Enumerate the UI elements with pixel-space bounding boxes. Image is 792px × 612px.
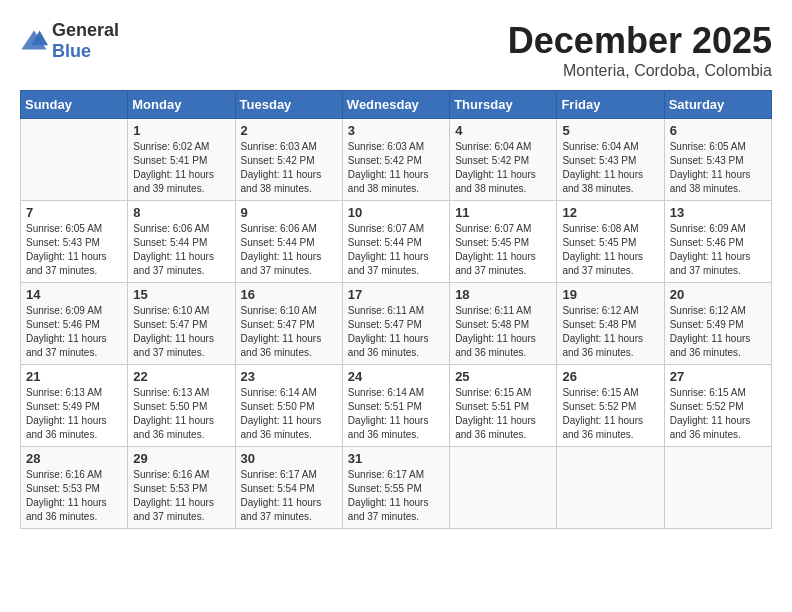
day-info: Sunrise: 6:16 AMSunset: 5:53 PMDaylight:… [133,468,229,524]
weekday-header: Friday [557,91,664,119]
title-area: December 2025 Monteria, Cordoba, Colombi… [508,20,772,80]
day-info: Sunrise: 6:07 AMSunset: 5:44 PMDaylight:… [348,222,444,278]
day-info: Sunrise: 6:03 AMSunset: 5:42 PMDaylight:… [348,140,444,196]
day-number: 25 [455,369,551,384]
calendar-table: SundayMondayTuesdayWednesdayThursdayFrid… [20,90,772,529]
calendar-cell: 21Sunrise: 6:13 AMSunset: 5:49 PMDayligh… [21,365,128,447]
calendar-cell: 11Sunrise: 6:07 AMSunset: 5:45 PMDayligh… [450,201,557,283]
day-number: 16 [241,287,337,302]
calendar-cell: 30Sunrise: 6:17 AMSunset: 5:54 PMDayligh… [235,447,342,529]
logo-blue: Blue [52,41,91,61]
day-info: Sunrise: 6:04 AMSunset: 5:43 PMDaylight:… [562,140,658,196]
day-number: 29 [133,451,229,466]
day-number: 24 [348,369,444,384]
day-number: 21 [26,369,122,384]
calendar-week-row: 7Sunrise: 6:05 AMSunset: 5:43 PMDaylight… [21,201,772,283]
day-info: Sunrise: 6:17 AMSunset: 5:55 PMDaylight:… [348,468,444,524]
day-info: Sunrise: 6:05 AMSunset: 5:43 PMDaylight:… [670,140,766,196]
day-info: Sunrise: 6:12 AMSunset: 5:48 PMDaylight:… [562,304,658,360]
day-number: 7 [26,205,122,220]
calendar-cell [557,447,664,529]
day-number: 2 [241,123,337,138]
calendar-cell: 18Sunrise: 6:11 AMSunset: 5:48 PMDayligh… [450,283,557,365]
calendar-week-row: 28Sunrise: 6:16 AMSunset: 5:53 PMDayligh… [21,447,772,529]
day-number: 10 [348,205,444,220]
calendar-cell: 13Sunrise: 6:09 AMSunset: 5:46 PMDayligh… [664,201,771,283]
day-info: Sunrise: 6:14 AMSunset: 5:51 PMDaylight:… [348,386,444,442]
calendar-cell: 2Sunrise: 6:03 AMSunset: 5:42 PMDaylight… [235,119,342,201]
calendar-week-row: 21Sunrise: 6:13 AMSunset: 5:49 PMDayligh… [21,365,772,447]
day-info: Sunrise: 6:03 AMSunset: 5:42 PMDaylight:… [241,140,337,196]
day-number: 19 [562,287,658,302]
day-number: 8 [133,205,229,220]
calendar-cell: 31Sunrise: 6:17 AMSunset: 5:55 PMDayligh… [342,447,449,529]
day-number: 17 [348,287,444,302]
location: Monteria, Cordoba, Colombia [508,62,772,80]
day-info: Sunrise: 6:12 AMSunset: 5:49 PMDaylight:… [670,304,766,360]
logo: General Blue [20,20,119,62]
day-number: 11 [455,205,551,220]
calendar-body: 1Sunrise: 6:02 AMSunset: 5:41 PMDaylight… [21,119,772,529]
calendar-cell: 25Sunrise: 6:15 AMSunset: 5:51 PMDayligh… [450,365,557,447]
calendar-cell: 24Sunrise: 6:14 AMSunset: 5:51 PMDayligh… [342,365,449,447]
weekday-header: Sunday [21,91,128,119]
day-number: 14 [26,287,122,302]
day-info: Sunrise: 6:11 AMSunset: 5:48 PMDaylight:… [455,304,551,360]
month-title: December 2025 [508,20,772,62]
weekday-header: Tuesday [235,91,342,119]
day-number: 22 [133,369,229,384]
calendar-cell: 8Sunrise: 6:06 AMSunset: 5:44 PMDaylight… [128,201,235,283]
day-number: 1 [133,123,229,138]
day-info: Sunrise: 6:07 AMSunset: 5:45 PMDaylight:… [455,222,551,278]
calendar-cell: 1Sunrise: 6:02 AMSunset: 5:41 PMDaylight… [128,119,235,201]
logo-general: General [52,20,119,40]
calendar-cell: 17Sunrise: 6:11 AMSunset: 5:47 PMDayligh… [342,283,449,365]
day-number: 5 [562,123,658,138]
day-info: Sunrise: 6:10 AMSunset: 5:47 PMDaylight:… [241,304,337,360]
day-info: Sunrise: 6:13 AMSunset: 5:49 PMDaylight:… [26,386,122,442]
day-number: 6 [670,123,766,138]
calendar-cell [664,447,771,529]
calendar-cell: 12Sunrise: 6:08 AMSunset: 5:45 PMDayligh… [557,201,664,283]
weekday-header: Wednesday [342,91,449,119]
calendar-cell: 14Sunrise: 6:09 AMSunset: 5:46 PMDayligh… [21,283,128,365]
day-info: Sunrise: 6:17 AMSunset: 5:54 PMDaylight:… [241,468,337,524]
day-info: Sunrise: 6:14 AMSunset: 5:50 PMDaylight:… [241,386,337,442]
calendar-cell: 26Sunrise: 6:15 AMSunset: 5:52 PMDayligh… [557,365,664,447]
day-number: 23 [241,369,337,384]
calendar-cell: 10Sunrise: 6:07 AMSunset: 5:44 PMDayligh… [342,201,449,283]
calendar-week-row: 14Sunrise: 6:09 AMSunset: 5:46 PMDayligh… [21,283,772,365]
calendar-cell: 9Sunrise: 6:06 AMSunset: 5:44 PMDaylight… [235,201,342,283]
calendar-cell: 23Sunrise: 6:14 AMSunset: 5:50 PMDayligh… [235,365,342,447]
day-info: Sunrise: 6:15 AMSunset: 5:51 PMDaylight:… [455,386,551,442]
day-number: 9 [241,205,337,220]
calendar-cell: 22Sunrise: 6:13 AMSunset: 5:50 PMDayligh… [128,365,235,447]
day-number: 15 [133,287,229,302]
calendar-cell: 20Sunrise: 6:12 AMSunset: 5:49 PMDayligh… [664,283,771,365]
weekday-header: Saturday [664,91,771,119]
day-info: Sunrise: 6:02 AMSunset: 5:41 PMDaylight:… [133,140,229,196]
day-number: 30 [241,451,337,466]
calendar-cell: 27Sunrise: 6:15 AMSunset: 5:52 PMDayligh… [664,365,771,447]
day-number: 4 [455,123,551,138]
day-info: Sunrise: 6:13 AMSunset: 5:50 PMDaylight:… [133,386,229,442]
day-info: Sunrise: 6:08 AMSunset: 5:45 PMDaylight:… [562,222,658,278]
day-info: Sunrise: 6:06 AMSunset: 5:44 PMDaylight:… [133,222,229,278]
logo-icon [20,27,48,55]
day-info: Sunrise: 6:16 AMSunset: 5:53 PMDaylight:… [26,468,122,524]
day-number: 27 [670,369,766,384]
day-number: 31 [348,451,444,466]
day-info: Sunrise: 6:11 AMSunset: 5:47 PMDaylight:… [348,304,444,360]
day-number: 13 [670,205,766,220]
calendar-cell: 19Sunrise: 6:12 AMSunset: 5:48 PMDayligh… [557,283,664,365]
day-info: Sunrise: 6:05 AMSunset: 5:43 PMDaylight:… [26,222,122,278]
day-number: 3 [348,123,444,138]
calendar-cell: 3Sunrise: 6:03 AMSunset: 5:42 PMDaylight… [342,119,449,201]
calendar-week-row: 1Sunrise: 6:02 AMSunset: 5:41 PMDaylight… [21,119,772,201]
day-number: 28 [26,451,122,466]
calendar-cell: 28Sunrise: 6:16 AMSunset: 5:53 PMDayligh… [21,447,128,529]
calendar-cell [450,447,557,529]
day-info: Sunrise: 6:09 AMSunset: 5:46 PMDaylight:… [26,304,122,360]
day-info: Sunrise: 6:15 AMSunset: 5:52 PMDaylight:… [670,386,766,442]
calendar-cell: 29Sunrise: 6:16 AMSunset: 5:53 PMDayligh… [128,447,235,529]
